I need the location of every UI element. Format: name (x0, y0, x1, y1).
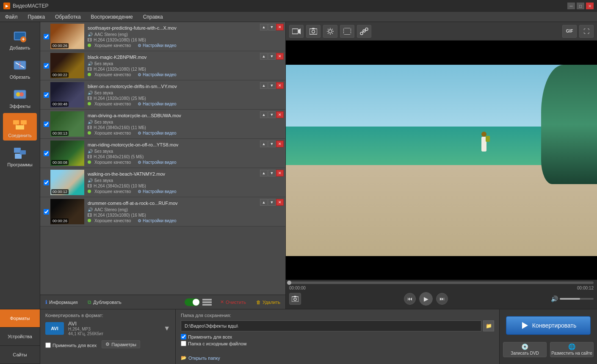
settings-link-7[interactable]: ⚙ Настройки видео (138, 218, 176, 223)
sidebar-item-add[interactable]: + Добавить (3, 25, 37, 53)
file-down-2[interactable]: ▼ (268, 53, 276, 60)
file-item-5: 00:00:08 man-riding-motorcycle-on-off-ro… (40, 139, 285, 168)
snapshot-button[interactable] (289, 293, 301, 305)
settings-link-1[interactable]: ⚙ Настройки видео (138, 43, 176, 48)
file-down-4[interactable]: ▼ (268, 111, 276, 118)
file-checkbox-7[interactable] (44, 209, 49, 215)
player-controls-left (289, 293, 301, 305)
gif-button[interactable]: GIF (562, 25, 577, 38)
video-tool-button[interactable] (289, 25, 304, 38)
file-up-6[interactable]: ▲ (260, 170, 268, 176)
folder-options: Применить для всех Папка с исходным файл… (181, 334, 494, 346)
file-up-5[interactable]: ▲ (260, 141, 268, 147)
tab-devices[interactable]: Устройства (0, 328, 40, 346)
file-checkbox-1[interactable] (44, 34, 49, 39)
audio-icon-3: 🔊 (88, 91, 93, 95)
settings-link-5[interactable]: ⚙ Настройки видео (138, 160, 176, 165)
file-checkbox-2[interactable] (44, 63, 49, 69)
toggle-switch[interactable] (185, 298, 200, 306)
player-timeline[interactable] (289, 281, 594, 284)
film-tool-button[interactable] (340, 25, 354, 38)
menu-file[interactable]: Файл (3, 13, 19, 21)
file-up-1[interactable]: ▲ (260, 24, 268, 30)
menu-help[interactable]: Справка (141, 13, 165, 21)
format-apply-all-checkbox[interactable] (45, 342, 51, 348)
file-remove-4[interactable]: ✕ (276, 111, 284, 118)
filelist-scroll[interactable]: 00:00:26 soothsayer-predicting-future-wi… (40, 22, 285, 295)
file-item-1: 00:00:26 soothsayer-predicting-future-wi… (40, 22, 285, 51)
sidebar-item-effects[interactable]: Эффекты (3, 84, 37, 111)
delete-button[interactable]: 🗑 Удалить (254, 299, 282, 306)
file-down-3[interactable]: ▼ (268, 82, 276, 89)
brightness-tool-button[interactable] (323, 25, 337, 38)
settings-link-2[interactable]: ⚙ Настройки видео (138, 72, 176, 77)
svg-rect-40 (343, 32, 344, 33)
file-remove-5[interactable]: ✕ (276, 141, 284, 147)
volume-icon[interactable]: 🔊 (551, 295, 558, 302)
settings-link-4[interactable]: ⚙ Настройки видео (138, 131, 176, 135)
folder-browse-button[interactable]: 📁 (483, 320, 494, 331)
file-up-3[interactable]: ▲ (260, 82, 268, 89)
folder-source-checkbox[interactable] (181, 341, 186, 346)
tab-formats[interactable]: Форматы (0, 309, 40, 328)
file-remove-6[interactable]: ✕ (276, 170, 284, 176)
folder-path-input[interactable] (181, 320, 481, 331)
file-down-6[interactable]: ▼ (268, 170, 276, 176)
file-remove-2[interactable]: ✕ (276, 53, 284, 60)
file-checkbox-6[interactable] (44, 180, 49, 185)
close-button[interactable]: ✕ (586, 3, 594, 9)
menu-process[interactable]: Обработка (53, 13, 83, 21)
file-duration-4: 00:00:13 (51, 131, 69, 136)
titlebar-controls[interactable]: ─ □ ✕ (567, 3, 594, 9)
convert-button[interactable]: Конвертировать (506, 316, 591, 335)
file-controls-7: ▲ ▼ ✕ (260, 199, 284, 206)
file-up-4[interactable]: ▲ (260, 111, 268, 118)
step-back-button[interactable]: ⏮ (404, 293, 416, 305)
info-button[interactable]: ℹ Информация (44, 298, 79, 306)
menu-edit[interactable]: Правка (26, 13, 47, 21)
settings-link-3[interactable]: ⚙ Настройки видео (138, 102, 176, 106)
file-remove-1[interactable]: ✕ (276, 24, 284, 30)
file-checkbox-3[interactable] (44, 92, 49, 98)
file-remove-3[interactable]: ✕ (276, 82, 284, 89)
motion-tool-button[interactable] (357, 25, 371, 38)
format-arrow[interactable]: ▼ (163, 325, 170, 332)
player-handle[interactable] (287, 281, 291, 285)
quality-dot-2 (88, 73, 91, 76)
file-audio-5: 🔊 Без звука (88, 149, 283, 154)
sidebar-item-programs[interactable]: Программы (3, 142, 37, 170)
folder-apply-all-checkbox[interactable] (181, 334, 186, 339)
volume-slider[interactable] (560, 298, 594, 300)
file-up-2[interactable]: ▲ (260, 53, 268, 60)
maximize-button[interactable]: □ (577, 3, 584, 9)
add-label: Добавить (10, 45, 30, 50)
format-selector[interactable]: AVI AVI H.264, MP3 44,1 КГц, 256Кбит ▼ (45, 320, 170, 336)
open-folder-button[interactable]: 📂 Открыть папку (181, 355, 494, 361)
settings-link-6[interactable]: ⚙ Настройки видео (138, 189, 176, 194)
file-up-7[interactable]: ▲ (260, 199, 268, 206)
file-down-5[interactable]: ▼ (268, 141, 276, 147)
file-check-5 (42, 141, 50, 166)
file-checkbox-4[interactable] (44, 121, 49, 127)
play-button[interactable]: ▶ (419, 292, 433, 306)
web-button[interactable]: 🌐 Разместить на сайте (550, 342, 594, 357)
file-remove-7[interactable]: ✕ (276, 199, 284, 206)
effects-label: Эффекты (9, 104, 30, 109)
screenshot-tool-button[interactable] (306, 25, 321, 38)
duplicate-button[interactable]: ⧉ Дублировать (86, 298, 123, 306)
tab-sites[interactable]: Сайты (0, 346, 40, 364)
svg-rect-41 (351, 29, 351, 30)
step-forward-button[interactable]: ⏭ (436, 293, 448, 305)
minimize-button[interactable]: ─ (567, 3, 575, 9)
menu-playback[interactable]: Воспроизведение (89, 13, 135, 21)
fullscreen-button[interactable]: ⛶ (579, 25, 594, 38)
file-down-1[interactable]: ▼ (268, 24, 276, 30)
params-button[interactable]: ⚙ Параметры (102, 340, 140, 348)
file-checkbox-5[interactable] (44, 151, 49, 156)
file-down-7[interactable]: ▼ (268, 199, 276, 206)
clear-button[interactable]: ✕ Очистить (218, 298, 248, 306)
sidebar-item-merge[interactable]: Соединить (3, 113, 37, 141)
dvd-button[interactable]: 💿 Записать DVD (503, 342, 547, 357)
sidebar-item-cut[interactable]: Обрезать (3, 55, 37, 82)
svg-rect-51 (294, 296, 296, 297)
